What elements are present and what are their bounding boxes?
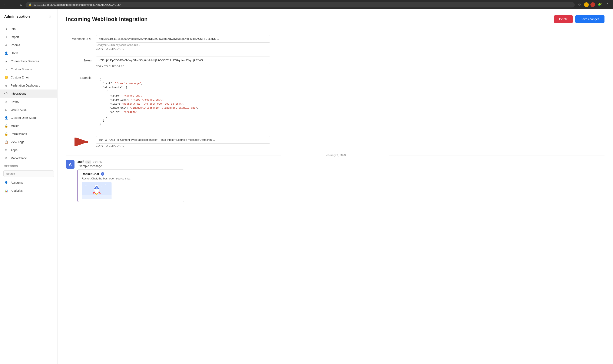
- attachment-header: Rocket.Chat ▾: [82, 172, 180, 176]
- token-row: Token COPY TO CLIPBOARD: [66, 57, 604, 68]
- example-label: Example: [66, 74, 96, 79]
- import-icon: ⤵: [4, 35, 8, 39]
- settings-section-label: Settings: [0, 162, 57, 169]
- sidebar-item-oauth[interactable]: ⊙ OAuth Apps: [0, 106, 57, 114]
- profile-avatar-1[interactable]: [584, 2, 589, 7]
- message-author: asdf: [78, 160, 84, 164]
- sidebar-nav: ℹ Info ⤵ Import # Rooms 👤 Users ☁ Connec…: [0, 23, 57, 196]
- browser-chrome: ← → ↻ 🔒 10.10.11.155:3000/admin/integrat…: [0, 0, 613, 9]
- sidebar-item-invites[interactable]: ✉ Invites: [0, 98, 57, 106]
- sidebar-search-input[interactable]: [3, 170, 54, 177]
- profile-avatar-2[interactable]: [590, 2, 595, 7]
- code-line-9: }: [99, 114, 267, 118]
- sidebar-item-info[interactable]: ℹ Info: [0, 25, 57, 33]
- sidebar-item-view-logs[interactable]: 📋 View Logs: [0, 138, 57, 146]
- sidebar-close-button[interactable]: ×: [47, 13, 53, 20]
- menu-button[interactable]: ⋮: [604, 2, 611, 8]
- integrations-icon: </>: [4, 92, 8, 95]
- example-code-box: { "text": "Example message", "attachment…: [96, 74, 270, 130]
- sidebar-item-mailer[interactable]: 🔒 Mailer: [0, 122, 57, 130]
- header-actions: Delete Save changes: [554, 15, 604, 23]
- address-bar[interactable]: 🔒 10.10.11.155:3000/admin/integrations/i…: [26, 2, 575, 7]
- svg-point-6: [86, 185, 86, 186]
- copy-token-button[interactable]: COPY TO CLIPBOARD: [96, 65, 124, 68]
- date-separator: February 9, 2023: [66, 154, 604, 157]
- token-input[interactable]: [96, 57, 270, 64]
- webhook-url-input[interactable]: [96, 35, 270, 42]
- app-layout: Administration × ℹ Info ⤵ Import # Rooms…: [0, 9, 613, 364]
- svg-point-9: [102, 186, 102, 187]
- sidebar-item-label: Accounts: [11, 181, 23, 184]
- sidebar-item-label: Permissions: [11, 132, 27, 136]
- sidebar-item-label: Rooms: [11, 43, 20, 47]
- back-button[interactable]: ←: [2, 2, 9, 8]
- extensions-button[interactable]: 🧩: [597, 2, 603, 8]
- svg-point-5: [95, 187, 98, 189]
- sidebar-item-permissions[interactable]: 🔒 Permissions: [0, 130, 57, 138]
- sidebar-item-label: Apps: [11, 148, 17, 152]
- code-line-2: "attachments": [: [99, 86, 267, 90]
- copy-curl-button[interactable]: COPY TO CLIPBOARD: [96, 144, 124, 147]
- sidebar-item-rooms[interactable]: # Rooms: [0, 41, 57, 49]
- sidebar-item-connectivity[interactable]: ☁ Connectivity Services: [0, 57, 57, 65]
- webhook-url-hint: Send your JSON payloads to this URL.: [96, 44, 270, 47]
- webhook-url-label: Webhook URL: [66, 35, 96, 41]
- bookmark-button[interactable]: ☆: [576, 2, 582, 8]
- apps-icon: ⊞: [4, 148, 8, 152]
- delete-button[interactable]: Delete: [554, 15, 573, 23]
- arrow-right-icon: [74, 138, 92, 146]
- code-line-10: ]: [99, 118, 267, 122]
- date-text: February 9, 2023: [325, 154, 346, 157]
- sidebar-item-label: Marketplace: [11, 156, 27, 160]
- sidebar-item-label: Import: [11, 35, 19, 39]
- invites-icon: ✉: [4, 100, 8, 104]
- attachment-image: [82, 182, 111, 199]
- sidebar-item-accounts[interactable]: 👤 Accounts: [0, 179, 57, 187]
- sidebar-item-integrations[interactable]: </> Integrations: [0, 90, 57, 98]
- code-line-8: "color": "#764FA5": [99, 110, 267, 114]
- sidebar-item-label: OAuth Apps: [11, 108, 27, 111]
- message-meta: asdf Bot 2:28 AM: [78, 160, 604, 164]
- sidebar-item-label: Custom Emoji: [11, 76, 29, 79]
- copy-webhook-url-button[interactable]: COPY TO CLIPBOARD: [96, 47, 124, 50]
- sidebar-item-analytics[interactable]: 📊 Analytics: [0, 187, 57, 195]
- sidebar-item-custom-sounds[interactable]: ♪ Custom Sounds: [0, 65, 57, 73]
- sidebar-item-import[interactable]: ⤵ Import: [0, 33, 57, 41]
- svg-rect-3: [82, 195, 111, 199]
- browser-actions: ☆ 🧩 ⋮: [576, 2, 611, 8]
- save-button[interactable]: Save changes: [575, 15, 604, 23]
- emoji-icon: 😊: [4, 76, 8, 79]
- webhook-url-row: Webhook URL Send your JSON payloads to t…: [66, 35, 604, 51]
- sidebar-item-label: View Logs: [11, 140, 24, 144]
- svg-point-8: [89, 184, 90, 184]
- webhook-url-field: Send your JSON payloads to this URL. COP…: [96, 35, 270, 51]
- url-text: 10.10.11.155:3000/admin/integrations/inc…: [33, 3, 121, 6]
- attachment-card: Rocket.Chat ▾ Rocket.Chat, the best open…: [78, 169, 184, 202]
- curl-input[interactable]: [96, 136, 270, 143]
- curl-row: COPY TO CLIPBOARD: [66, 136, 604, 148]
- info-icon: ℹ: [4, 27, 8, 31]
- status-icon: 👤: [4, 116, 8, 120]
- page-title: Incoming WebHook Integration: [66, 16, 148, 23]
- code-line-7: "image_url": "/images/integration-attach…: [99, 106, 267, 110]
- sidebar-item-apps[interactable]: ⊞ Apps: [0, 146, 57, 154]
- code-line-11: }: [99, 122, 267, 127]
- sidebar-item-custom-emoji[interactable]: 😊 Custom Emoji: [0, 73, 57, 81]
- sidebar-item-users[interactable]: 👤 Users: [0, 49, 57, 57]
- code-line-4: "title": "Rocket.Chat",: [99, 94, 267, 98]
- code-line-5: "title_link": "https://rocket.chat",: [99, 98, 267, 102]
- sidebar-item-label: Connectivity Services: [11, 60, 39, 63]
- token-label: Token: [66, 57, 96, 62]
- token-field: COPY TO CLIPBOARD: [96, 57, 270, 68]
- sidebar-item-label: Federation Dashboard: [11, 84, 40, 87]
- forward-button[interactable]: →: [10, 2, 16, 8]
- attachment-dropdown-button[interactable]: ▾: [101, 172, 104, 176]
- logs-icon: 📋: [4, 140, 8, 144]
- security-icon: 🔒: [28, 3, 32, 6]
- sidebar-item-label: Info: [11, 27, 15, 31]
- sidebar-item-federation[interactable]: ⊕ Federation Dashboard: [0, 81, 57, 90]
- sidebar-item-custom-status[interactable]: 👤 Custom User Status: [0, 114, 57, 122]
- refresh-button[interactable]: ↻: [18, 2, 24, 8]
- sidebar-item-marketplace[interactable]: ⊕ Marketplace: [0, 154, 57, 162]
- sidebar-item-label: Integrations: [11, 92, 26, 95]
